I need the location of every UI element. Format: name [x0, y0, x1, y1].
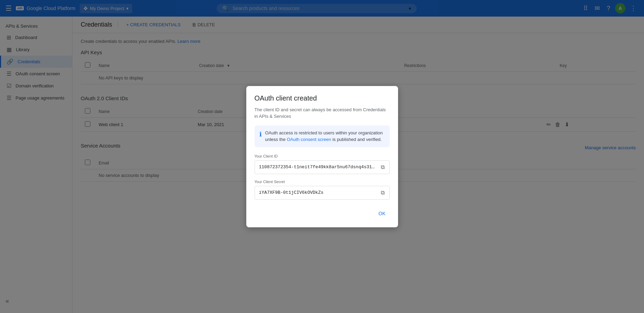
client-secret-input-row: iYA7XF9B-0t1jCIV6kOVDkZs ⧉ [255, 186, 390, 200]
modal-title: OAuth client created [255, 94, 390, 102]
info-icon: ℹ [259, 130, 262, 139]
client-secret-value: iYA7XF9B-0t1jCIV6kOVDkZs [259, 190, 377, 195]
client-id-value: 110872372354-t1neit7fe49kk8ar5nu67dsnq4s… [259, 164, 377, 170]
modal-subtitle: The client ID and secret can always be a… [255, 106, 390, 120]
client-id-label: Your Client ID [255, 154, 390, 158]
client-id-input-row: 110872372354-t1neit7fe49kk8ar5nu67dsnq4s… [255, 160, 390, 174]
client-id-field-group: Your Client ID 110872372354-t1neit7fe49k… [255, 154, 390, 174]
copy-client-id-button[interactable]: ⧉ [380, 163, 385, 171]
info-text-after: is published and verified. [331, 137, 382, 142]
copy-client-secret-button[interactable]: ⧉ [380, 189, 385, 197]
ok-button[interactable]: OK [374, 208, 389, 219]
oauth-consent-link[interactable]: OAuth consent screen [287, 137, 331, 142]
info-text: OAuth access is restricted to users with… [265, 130, 385, 143]
client-secret-label: Your Client Secret [255, 180, 390, 184]
modal-overlay[interactable]: OAuth client created The client ID and s… [0, 0, 644, 313]
oauth-created-modal: OAuth client created The client ID and s… [246, 86, 398, 227]
modal-info-box: ℹ OAuth access is restricted to users wi… [255, 125, 390, 147]
client-secret-field-group: Your Client Secret iYA7XF9B-0t1jCIV6kOVD… [255, 180, 390, 200]
modal-footer: OK [255, 208, 390, 219]
